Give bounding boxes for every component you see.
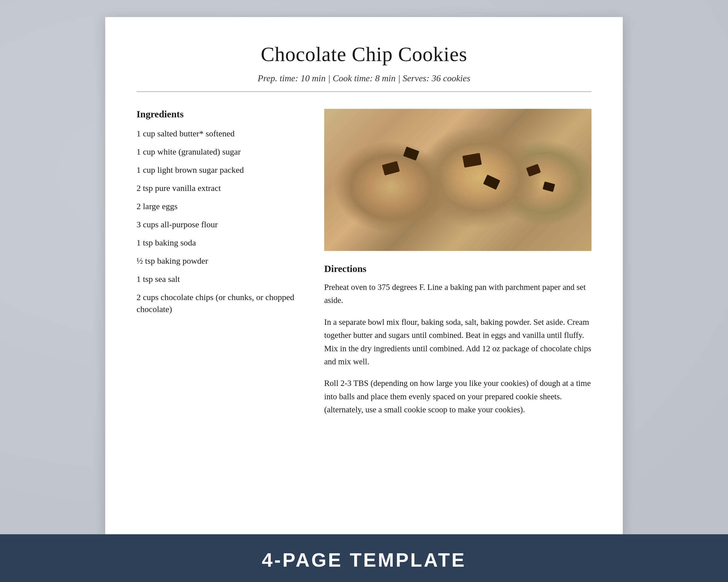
- recipe-page: Chocolate Chip Cookies Prep. time: 10 mi…: [105, 17, 623, 534]
- ingredient-2: 1 cup white (granulated) sugar: [136, 146, 307, 158]
- ingredient-8: ½ tsp baking powder: [136, 255, 307, 267]
- chocolate-chunk-2: [403, 147, 419, 161]
- chocolate-chunk-4: [483, 174, 500, 190]
- recipe-body: Ingredients 1 cup salted butter* softene…: [136, 109, 592, 425]
- chocolate-chunk-6: [543, 182, 555, 192]
- ingredient-7: 1 tsp baking soda: [136, 237, 307, 249]
- ingredient-1: 1 cup salted butter* softened: [136, 128, 307, 140]
- direction-1: Preheat oven to 375 degrees F. Line a ba…: [324, 280, 592, 307]
- ingredients-title: Ingredients: [136, 109, 307, 120]
- recipe-meta: Prep. time: 10 min | Cook time: 8 min | …: [136, 73, 592, 84]
- recipe-title: Chocolate Chip Cookies: [136, 43, 592, 66]
- ingredients-column: Ingredients 1 cup salted butter* softene…: [136, 109, 307, 425]
- footer-text: 4-PAGE TEMPLATE: [262, 549, 466, 571]
- ingredient-5: 2 large eggs: [136, 200, 307, 212]
- chocolate-chunk-5: [526, 164, 541, 176]
- footer-bar: 4-PAGE TEMPLATE: [0, 534, 728, 582]
- chocolate-chunk-1: [382, 161, 400, 176]
- chocolate-chunk-3: [462, 153, 482, 168]
- ingredient-9: 1 tsp sea salt: [136, 273, 307, 285]
- right-column: Directions Preheat oven to 375 degrees F…: [324, 109, 592, 425]
- directions-title: Directions: [324, 264, 592, 274]
- ingredient-3: 1 cup light brown sugar packed: [136, 164, 307, 176]
- cookie-image: [324, 109, 592, 251]
- ingredient-4: 2 tsp pure vanilla extract: [136, 182, 307, 194]
- ingredient-6: 3 cups all-purpose flour: [136, 219, 307, 230]
- ingredient-10: 2 cups chocolate chips (or chunks, or ch…: [136, 291, 307, 315]
- divider: [136, 91, 592, 92]
- direction-2: In a separate bowl mix flour, baking sod…: [324, 315, 592, 368]
- direction-3: Roll 2-3 TBS (depending on how large you…: [324, 377, 592, 416]
